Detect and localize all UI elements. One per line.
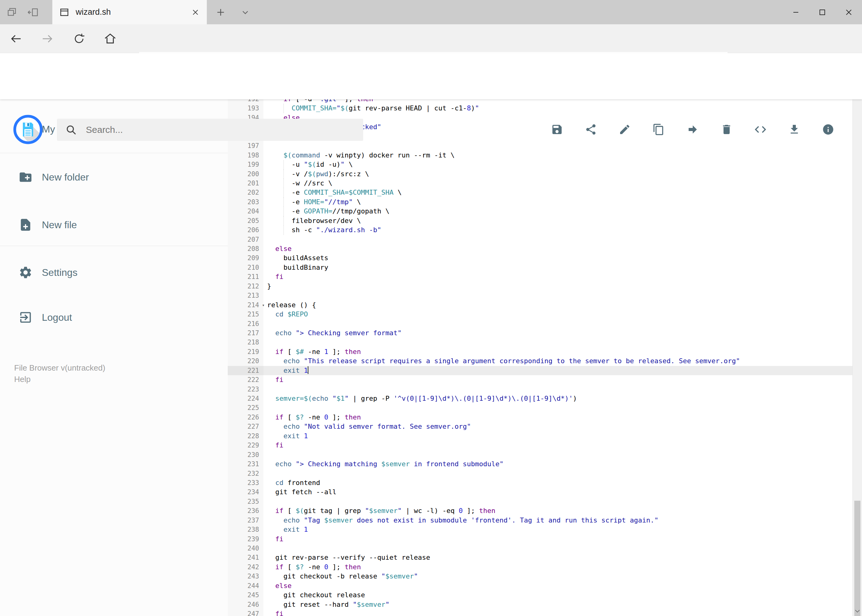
save-button[interactable] <box>550 123 564 136</box>
fold-arrow-icon[interactable]: ▾ <box>262 300 265 310</box>
code-text: cd $REPO <box>263 310 853 319</box>
sidebar-item-new-folder[interactable]: New folder <box>0 164 228 190</box>
trash-icon <box>720 123 733 136</box>
code-line[interactable]: 232 <box>228 469 853 478</box>
code-line[interactable]: 203 -e HOME="//tmp" \ <box>228 198 853 207</box>
close-window-button[interactable] <box>835 0 862 24</box>
code-line[interactable]: 208 else <box>228 244 853 253</box>
code-line[interactable]: 214▾release () { <box>228 300 853 310</box>
app-header <box>0 53 862 99</box>
line-number: 232 <box>228 469 263 478</box>
code-line[interactable]: 219 if [ $# -ne 1 ]; then <box>228 347 853 357</box>
rename-button[interactable] <box>618 123 632 136</box>
page-scrollbar[interactable] <box>853 53 862 616</box>
sidebar-item-logout[interactable]: Logout <box>0 305 228 330</box>
code-line[interactable]: 205 filebrowser/dev \ <box>228 216 853 225</box>
code-line[interactable]: 233 cd frontend <box>228 478 853 487</box>
home-button[interactable] <box>99 24 121 53</box>
code-text: exit 1 <box>263 525 853 534</box>
sidebar-item-label: Logout <box>42 312 72 323</box>
code-text: filebrowser/dev \ <box>263 216 853 225</box>
code-line[interactable]: 192 if [ -d ".git" ]; then <box>228 99 853 104</box>
code-editor[interactable]: 192 if [ -d ".git" ]; then193 COMMIT_SHA… <box>228 99 853 616</box>
close-icon <box>846 10 851 15</box>
code-text: else <box>263 581 853 591</box>
code-line[interactable]: 216 <box>228 319 853 328</box>
line-number: 229 <box>228 441 263 450</box>
code-line[interactable]: 212} <box>228 282 853 291</box>
maximize-button[interactable] <box>809 0 835 24</box>
code-line[interactable]: 245 git checkout release <box>228 591 853 600</box>
download-button[interactable] <box>788 123 801 136</box>
copy-button[interactable] <box>652 123 665 136</box>
share-button[interactable] <box>584 123 598 136</box>
code-line[interactable]: 217 echo "> Checking semver format" <box>228 328 853 338</box>
scroll-down-button[interactable] <box>853 606 862 616</box>
code-line[interactable]: 243 git checkout -b release "$semver" <box>228 572 853 581</box>
code-line[interactable]: 244 else <box>228 581 853 591</box>
line-number: 208 <box>228 244 263 253</box>
set-tabs-aside-button[interactable] <box>24 0 43 24</box>
file-browser-logo[interactable] <box>13 115 43 145</box>
code-line[interactable]: 224 semver=$(echo "$1" | grep -P '^v(0|[… <box>228 394 853 403</box>
code-line[interactable]: 227 echo "Not valid semver format. See s… <box>228 422 853 431</box>
tab-list-button[interactable] <box>235 0 256 24</box>
forward-button[interactable] <box>36 24 58 53</box>
code-line[interactable]: 234 git fetch --all <box>228 487 853 497</box>
minimize-button[interactable] <box>783 0 809 24</box>
code-line[interactable]: 223 <box>228 385 853 394</box>
code-line[interactable]: 218 <box>228 338 853 347</box>
refresh-button[interactable] <box>68 24 90 53</box>
code-line[interactable]: 246 git reset --hard "$semver" <box>228 600 853 609</box>
line-number: 230 <box>228 450 263 459</box>
code-line[interactable]: 228 exit 1 <box>228 432 853 441</box>
new-tab-button[interactable] <box>210 0 232 24</box>
code-line[interactable]: 213 <box>228 291 853 300</box>
sidebar-item-new-file[interactable]: New file <box>0 212 228 238</box>
code-line[interactable]: 211 fi <box>228 272 853 281</box>
code-line[interactable]: 222 fi <box>228 375 853 384</box>
tab-preview-button[interactable] <box>2 0 22 24</box>
code-line[interactable]: 199 -u "$(id -u)" \ <box>228 160 853 169</box>
back-button[interactable] <box>5 24 27 53</box>
help-link[interactable]: Help <box>14 374 105 385</box>
code-line[interactable]: 230 <box>228 450 853 459</box>
close-tab-icon[interactable] <box>191 8 200 17</box>
code-line[interactable]: 240 <box>228 544 853 553</box>
code-line[interactable]: 210 buildBinary <box>228 263 853 272</box>
code-line[interactable]: 236 if [ $(git tag | grep "$semver" | wc… <box>228 506 853 515</box>
code-line[interactable]: 238 exit 1 <box>228 525 853 534</box>
code-line[interactable]: 226 if [ $? -ne 0 ]; then <box>228 413 853 422</box>
code-line[interactable]: 220 echo "This release script requires a… <box>228 357 853 366</box>
code-line[interactable]: 221 exit 1 <box>228 366 853 375</box>
scrollbar-thumb[interactable] <box>854 501 860 616</box>
move-button[interactable] <box>686 123 700 136</box>
code-text: echo "Not valid semver format. See semve… <box>263 422 853 431</box>
search-input[interactable] <box>85 124 361 135</box>
code-line[interactable]: 235 <box>228 497 853 506</box>
code-line[interactable]: 237 echo "Tag $semver does not exist in … <box>228 516 853 525</box>
code-line[interactable]: 202 -e COMMIT_SHA=$COMMIT_SHA \ <box>228 188 853 197</box>
source-code-button[interactable] <box>754 123 767 136</box>
code-line[interactable]: 206 sh -c "./wizard.sh -b" <box>228 225 853 235</box>
code-text: echo "Tag $semver does not exist in subm… <box>263 516 853 525</box>
code-line[interactable]: 201 -w //src \ <box>228 179 853 188</box>
code-line[interactable]: 239 fi <box>228 534 853 544</box>
sidebar-item-label: New file <box>42 219 77 231</box>
code-line[interactable]: 209 buildAssets <box>228 253 853 262</box>
code-line[interactable]: 231 echo "> Checking matching $semver in… <box>228 459 853 469</box>
code-line[interactable]: 225 <box>228 403 853 412</box>
sidebar-item-settings[interactable]: Settings <box>0 259 228 285</box>
info-button[interactable] <box>821 123 835 136</box>
code-line[interactable]: 242 if [ $? -ne 0 ]; then <box>228 563 853 572</box>
code-line[interactable]: 229 fi <box>228 441 853 450</box>
code-line[interactable]: 207 <box>228 235 853 244</box>
browser-tab[interactable]: wizard.sh <box>52 0 207 24</box>
code-line[interactable]: 241 git rev-parse --verify --quiet relea… <box>228 553 853 562</box>
code-line[interactable]: 247 fi <box>228 609 853 616</box>
code-line[interactable]: 200 -v /$(pwd):/src:z \ <box>228 170 853 179</box>
delete-button[interactable] <box>720 123 733 136</box>
search-box[interactable] <box>57 119 363 141</box>
code-line[interactable]: 215 cd $REPO <box>228 310 853 319</box>
code-line[interactable]: 204 -e GOPATH=//tmp/gopath \ <box>228 207 853 216</box>
